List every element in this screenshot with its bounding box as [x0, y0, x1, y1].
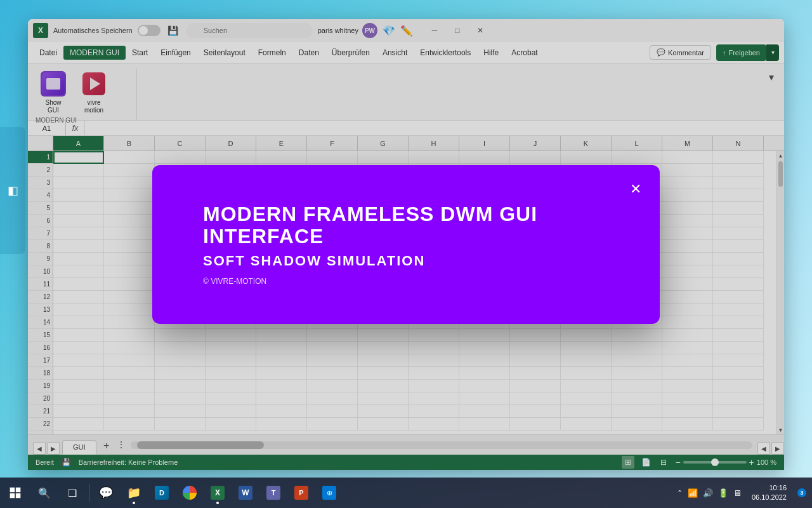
modal-subtitle: SOFT SHADOW SIMULATION — [203, 253, 622, 269]
taskbar-teams-btn[interactable]: T — [259, 479, 287, 507]
battery-icon: 🔋 — [718, 488, 728, 498]
chat-icon: 💬 — [99, 486, 113, 500]
extra-app-icon: ⊕ — [322, 486, 336, 500]
tray-icons[interactable]: ⌃ 📶 🔊 🔋 🖥 — [672, 478, 747, 508]
volume-icon: 🔊 — [703, 488, 713, 498]
notification-center-btn[interactable]: 3 — [792, 478, 812, 508]
taskbar-explorer-btn[interactable]: 📁 — [120, 479, 148, 507]
taskbar-word-btn[interactable]: W — [232, 479, 259, 507]
taskbar-chrome-btn[interactable] — [176, 479, 204, 507]
chrome-icon — [183, 486, 197, 500]
wifi-icon: 📶 — [688, 488, 698, 498]
taskbar-excel-btn[interactable]: X — [204, 479, 232, 507]
powerpoint-icon: P — [294, 486, 308, 500]
svg-rect-0 — [10, 488, 15, 493]
notification-dot: 3 — [797, 488, 806, 497]
monitor-icon: 🖥 — [733, 488, 742, 498]
excel-window: X Automatisches Speichern 💾 🔍 paris whit… — [28, 19, 784, 470]
arrow-up-tray-icon: ⌃ — [677, 489, 683, 497]
system-tray: ⌃ 📶 🔊 🔋 🖥 10:16 06.10.2022 3 — [672, 478, 812, 508]
taskbar-excel-icon: X — [211, 486, 225, 500]
task-view-icon: ❏ — [68, 487, 77, 499]
desktop-widget-left: ◧ — [0, 127, 25, 254]
clock-time: 10:16 — [769, 483, 787, 493]
search-taskbar-icon: 🔍 — [38, 487, 51, 499]
clock-date: 06.10.2022 — [752, 493, 787, 502]
teams-icon: T — [266, 486, 280, 500]
active-dot — [133, 502, 135, 504]
file-explorer-icon: 📁 — [127, 486, 141, 500]
taskbar-powerpoint-btn[interactable]: P — [287, 479, 315, 507]
taskbar-divider-1 — [89, 484, 89, 502]
modal-title: MODERN FRAMELESS DWM GUI INTERFACE — [203, 203, 622, 248]
taskbar-task-view-btn[interactable]: ❏ — [58, 479, 86, 507]
taskbar-search-btn[interactable]: 🔍 — [30, 479, 58, 507]
taskbar-extra-btn[interactable]: ⊕ — [315, 479, 343, 507]
svg-rect-1 — [16, 488, 21, 493]
clock[interactable]: 10:16 06.10.2022 — [747, 483, 792, 503]
start-button[interactable] — [0, 478, 30, 508]
modal-overlay[interactable]: ✕ MODERN FRAMELESS DWM GUI INTERFACE SOF… — [28, 19, 784, 470]
excel-active-dot — [216, 502, 219, 504]
modal-card: ✕ MODERN FRAMELESS DWM GUI INTERFACE SOF… — [152, 165, 660, 324]
taskbar: 🔍 ❏ 💬 📁 D X W T P ⊕ ⌃ 📶 — [0, 478, 812, 508]
modal-close-button[interactable]: ✕ — [624, 178, 647, 201]
taskbar-dell-btn[interactable]: D — [148, 479, 176, 507]
svg-rect-2 — [10, 493, 15, 498]
modal-copyright: © VIVRE-MOTION — [203, 277, 622, 286]
taskbar-chat-btn[interactable]: 💬 — [92, 479, 120, 507]
dell-icon: D — [155, 486, 169, 500]
svg-rect-3 — [16, 493, 21, 498]
word-icon: W — [239, 486, 252, 500]
windows-logo-icon — [9, 486, 22, 499]
